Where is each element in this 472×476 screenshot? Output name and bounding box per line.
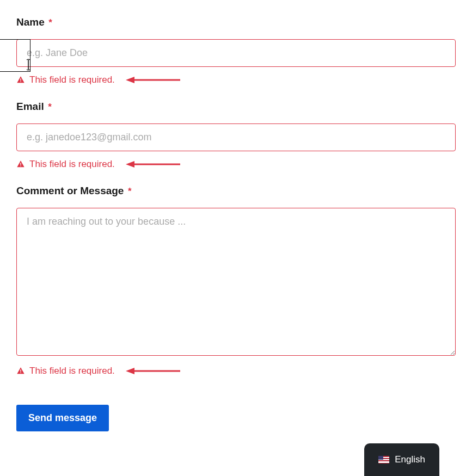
field-email: Email * This field is required. <box>16 101 456 170</box>
us-flag-icon <box>378 456 389 463</box>
email-error-row: This field is required. <box>16 159 456 170</box>
required-asterisk: * <box>48 102 52 112</box>
name-error-row: This field is required. <box>16 75 456 85</box>
svg-marker-3 <box>126 77 134 83</box>
svg-marker-7 <box>126 161 134 168</box>
warning-triangle-icon <box>16 76 25 84</box>
message-error-row: This field is required. <box>16 366 456 376</box>
svg-rect-0 <box>20 78 21 81</box>
required-asterisk: * <box>48 17 52 28</box>
email-error-text: This field is required. <box>29 159 115 170</box>
name-error-text: This field is required. <box>29 75 115 85</box>
svg-rect-8 <box>20 369 21 372</box>
language-selector[interactable]: English <box>364 443 439 476</box>
name-label: Name <box>16 16 45 28</box>
svg-marker-11 <box>126 368 134 374</box>
submit-button[interactable]: Send message <box>16 405 109 431</box>
message-error-text: This field is required. <box>29 366 115 376</box>
annotation-arrow-icon <box>126 160 180 168</box>
annotation-arrow-icon <box>126 76 180 84</box>
message-textarea[interactable] <box>16 208 456 356</box>
text-cursor-icon <box>0 39 30 72</box>
svg-rect-1 <box>20 81 21 82</box>
name-input[interactable] <box>16 39 456 67</box>
warning-triangle-icon <box>16 367 25 375</box>
svg-rect-4 <box>20 163 21 165</box>
email-input[interactable] <box>16 123 456 151</box>
field-message: Comment or Message * This field is requi… <box>16 185 456 376</box>
svg-rect-5 <box>20 165 21 166</box>
message-label: Comment or Message <box>16 185 124 197</box>
required-asterisk: * <box>128 186 132 196</box>
svg-rect-12 <box>0 40 30 72</box>
language-label: English <box>395 454 425 465</box>
annotation-arrow-icon <box>126 367 180 375</box>
email-label: Email <box>16 101 44 113</box>
svg-rect-9 <box>20 372 21 373</box>
field-name: Name * This field is required. <box>16 16 456 85</box>
warning-triangle-icon <box>16 160 25 169</box>
